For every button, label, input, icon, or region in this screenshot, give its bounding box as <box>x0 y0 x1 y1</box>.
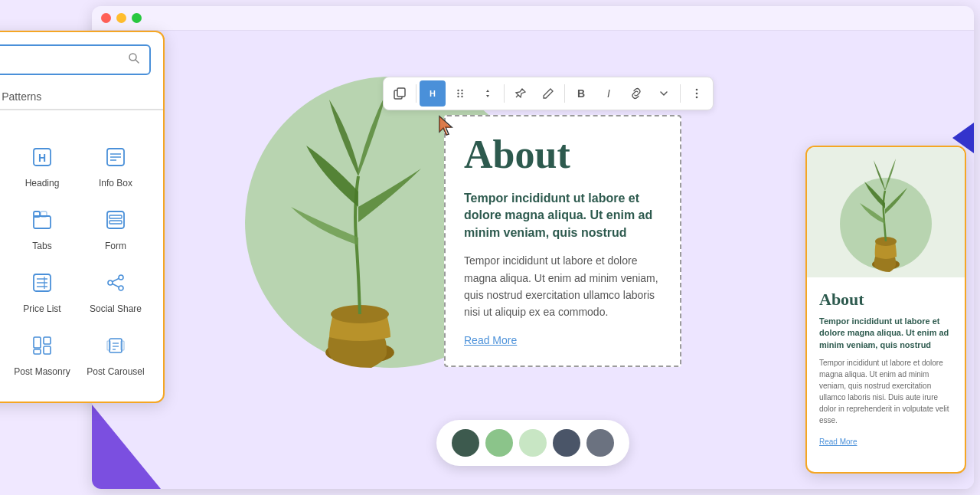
svg-point-13 <box>696 93 698 95</box>
svg-rect-59 <box>44 337 51 344</box>
toolbar-heading-btn[interactable]: H <box>420 80 446 107</box>
block-label-postcarousel: Post Carousel <box>87 366 144 377</box>
tab-patterns[interactable]: Patterns <box>0 84 54 110</box>
svg-rect-35 <box>107 211 124 228</box>
color-dot-5[interactable] <box>586 429 614 457</box>
block-item-pricelist[interactable]: Price List <box>7 264 77 323</box>
svg-point-11 <box>461 96 462 97</box>
block-item-tabs[interactable]: Tabs <box>7 201 77 261</box>
svg-text:H: H <box>430 89 436 98</box>
search-input[interactable] <box>0 54 128 66</box>
block-label-tabs: Tabs <box>32 241 51 251</box>
svg-point-6 <box>457 90 459 91</box>
content-subtitle: Tempor incididunt ut labore et dolore ma… <box>464 190 662 241</box>
svg-rect-37 <box>109 221 122 224</box>
browser-window: H <box>92 6 974 489</box>
color-dot-4[interactable] <box>553 429 580 457</box>
toolbar-move-btn[interactable] <box>475 80 501 107</box>
preview-card-body: Tempor incididunt ut labore et dolore ma… <box>819 357 952 426</box>
tabs-row: Blocks Patterns <box>0 84 163 110</box>
search-box[interactable] <box>0 44 151 75</box>
browser-dot-red[interactable] <box>101 13 111 23</box>
block-label-infobox: Info Box <box>99 178 132 188</box>
preview-read-more-link[interactable]: Read More <box>819 438 857 446</box>
block-label-postmasonry: Post Masonry <box>14 366 70 377</box>
block-label-pricelist: Price List <box>23 303 60 314</box>
heading-icon: H <box>32 147 52 172</box>
toolbar-dropdown-btn[interactable] <box>651 80 677 107</box>
toolbar-pencil-btn[interactable] <box>535 80 561 107</box>
block-item-form[interactable]: Form <box>80 201 151 261</box>
toolbar-more-btn[interactable] <box>684 80 710 107</box>
infobox-icon <box>106 147 126 172</box>
block-item-iconlist[interactable]: Icon List <box>0 264 4 323</box>
search-container <box>0 32 163 84</box>
block-item-container[interactable]: Container <box>0 138 4 198</box>
color-palette <box>436 420 629 466</box>
block-toolbar: H <box>383 77 714 110</box>
block-item-postmasonry[interactable]: Post Masonry <box>7 326 77 386</box>
block-label-socialshare: Social Share <box>90 303 142 314</box>
svg-rect-58 <box>34 337 41 348</box>
preview-card: About Tempor incididunt ut labore et dol… <box>805 146 966 474</box>
svg-line-53 <box>113 284 119 287</box>
toolbar-duplicate-btn[interactable] <box>387 80 413 107</box>
color-dot-3[interactable] <box>519 429 547 457</box>
block-item-cta[interactable]: Call To Action <box>0 201 4 261</box>
svg-point-49 <box>119 275 123 280</box>
svg-point-8 <box>457 93 459 94</box>
toolbar-divider-3 <box>564 84 565 103</box>
purple-accent-right <box>952 123 974 153</box>
svg-rect-60 <box>34 349 41 354</box>
svg-point-10 <box>457 96 459 97</box>
browser-content: H <box>92 31 974 489</box>
preview-card-subtitle: Tempor incididunt ut labore et dolore ma… <box>819 316 952 351</box>
block-item-socialshare[interactable]: Social Share <box>80 264 151 323</box>
block-item-infobox[interactable]: Info Box <box>80 138 151 198</box>
toolbar-divider-2 <box>504 84 505 103</box>
toolbar-divider-4 <box>680 84 681 103</box>
block-item-heading[interactable]: H Heading <box>7 138 77 198</box>
svg-rect-3 <box>397 88 405 97</box>
tabs-icon <box>32 210 52 234</box>
form-icon <box>106 210 126 234</box>
toolbar-pin-btn[interactable] <box>508 80 534 107</box>
pricelist-icon <box>32 273 52 297</box>
toolbar-drag-btn[interactable] <box>447 80 473 107</box>
svg-point-14 <box>696 97 698 99</box>
search-icon <box>128 52 140 67</box>
block-label-form: Form <box>105 241 126 251</box>
postmasonry-icon <box>32 336 52 360</box>
block-item-postcarousel[interactable]: Post Carousel <box>80 326 151 386</box>
svg-point-51 <box>119 286 123 290</box>
toolbar-italic-btn[interactable]: I <box>596 80 622 107</box>
browser-dot-yellow[interactable] <box>116 13 126 23</box>
socialshare-icon <box>106 273 126 297</box>
toolbar-link-btn[interactable] <box>623 80 649 107</box>
preview-card-image <box>807 147 965 277</box>
toolbar-divider-1 <box>416 84 416 103</box>
svg-rect-36 <box>109 215 122 218</box>
content-block: About Tempor incididunt ut labore et dol… <box>444 115 681 367</box>
preview-card-content: About Tempor incididunt ut labore et dol… <box>807 277 965 460</box>
svg-rect-32 <box>34 216 51 228</box>
svg-point-9 <box>461 93 462 94</box>
postcarousel-icon <box>106 336 126 360</box>
browser-dot-green[interactable] <box>132 13 142 23</box>
svg-text:H: H <box>38 152 46 164</box>
svg-line-18 <box>136 60 139 63</box>
svg-point-7 <box>461 90 462 91</box>
svg-rect-62 <box>109 339 122 352</box>
content-title: About <box>464 135 662 175</box>
toolbar-bold-btn[interactable]: B <box>568 80 594 107</box>
browser-titlebar <box>92 6 974 31</box>
preview-card-title: About <box>819 290 952 310</box>
blocks-grid: Container H Heading Info Box <box>0 135 163 389</box>
color-dot-1[interactable] <box>452 429 479 457</box>
purple-accent-bottom <box>92 405 161 489</box>
block-label-heading: Heading <box>25 178 60 188</box>
color-dot-2[interactable] <box>485 429 513 457</box>
svg-line-52 <box>113 279 119 282</box>
block-item-postgrid[interactable]: Post Grid <box>0 326 4 386</box>
spectra-label: SPECTRA <box>0 110 163 135</box>
